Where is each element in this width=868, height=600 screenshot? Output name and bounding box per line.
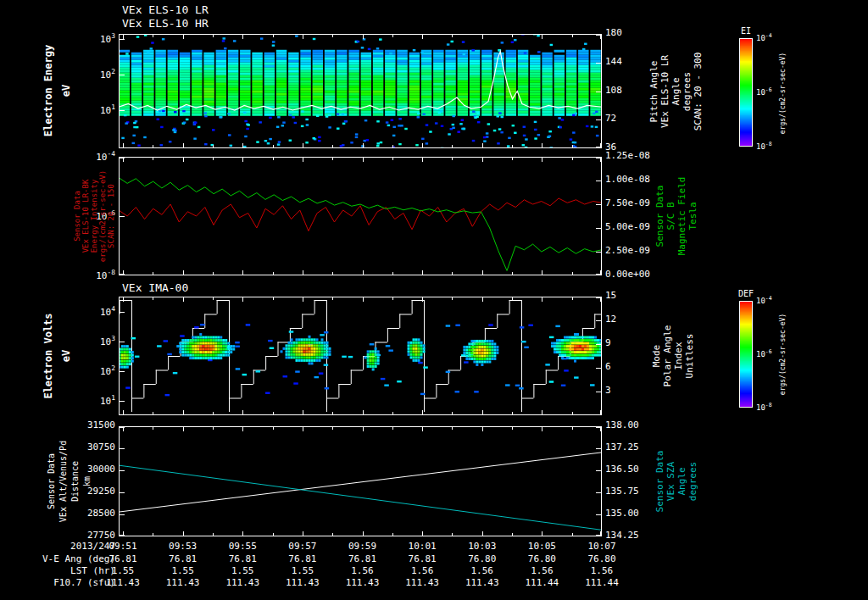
ve-ang-value-7: 76.80 — [528, 554, 556, 564]
ima-spectrogram-canvas — [119, 297, 602, 415]
panel4-right-tick-2: 136.50 — [605, 464, 639, 475]
panel3-right-label-line-3: Unitless — [685, 334, 695, 379]
footer-row-label-f107: F10.7 (sfu) — [0, 578, 115, 588]
lst-value-1: 1.55 — [171, 566, 194, 576]
panel1-right-tick-3: 72 — [605, 114, 616, 124]
def-colorbar-tick-0: 10-4 — [756, 296, 772, 306]
time-label-8: 10:07 — [587, 542, 615, 552]
panel1-left-tick-0: 103 — [0, 33, 115, 45]
def-colorbar-units-line-0: ergs/(cm2-sr-sec-eV) — [780, 314, 787, 395]
panel4-ylabel-line-2: Distance — [70, 461, 80, 502]
lst-value-3: 1.55 — [292, 566, 314, 576]
panel2-right-tick-5: 0.00e+00 — [605, 269, 650, 280]
time-label-4: 09:59 — [348, 542, 376, 552]
panel3-right-tick-1: 12 — [605, 314, 616, 325]
def-colorbar-title: DEF — [738, 289, 754, 298]
panel1-right-tick-0: 180 — [605, 28, 622, 38]
ei-colorbar-tick-0: 10-4 — [756, 33, 772, 43]
panel2-right-tick-2: 7.50e-09 — [605, 198, 650, 208]
panel1-right-label-line-0: Pitch Angle — [649, 61, 659, 123]
els-spectrogram-canvas — [119, 34, 602, 148]
panel2-right-label-line-2: Magnetic Field — [677, 177, 687, 256]
panel4-right-tick-0: 138.00 — [605, 420, 639, 431]
panel3-right-tick-3: 6 — [605, 362, 611, 372]
panel3-right-tick-0: 15 — [605, 291, 616, 301]
panel2-right-label-line-3: Tesla — [688, 202, 698, 230]
lst-value-7: 1.56 — [531, 566, 554, 576]
panel3-left-tick-0: 104 — [0, 306, 115, 318]
panel3-ylabel-line-1: eV — [61, 350, 72, 362]
panel1-title-line1: VEx ELS-10 LR — [122, 4, 209, 16]
ve-ang-value-6: 76.80 — [468, 554, 496, 564]
panel4-right-tick-1: 137.25 — [605, 442, 639, 453]
f107-value-2: 111.43 — [225, 578, 259, 588]
panel1-right-label-line-4: SCAN: 20 - 300 — [693, 53, 704, 131]
panel2-ylabel-line-4: SCAN: 20 - 150 — [108, 184, 116, 248]
vex-timeseries-figure: VEx ELS-10 LR VEx ELS-10 HR VEx IMA-00 E… — [0, 0, 868, 600]
ei-colorbar-title: EI — [741, 26, 751, 36]
panel3-title: VEx IMA-00 — [122, 282, 188, 294]
ei-colorbar-tick-1: 10-6 — [756, 87, 772, 97]
time-label-0: 09:51 — [108, 542, 136, 552]
panel1-title-line2: VEx ELS-10 HR — [122, 18, 209, 30]
panel3-right-label-line-2: Index — [674, 342, 684, 369]
f107-value-1: 111.43 — [166, 578, 200, 588]
panel1-right-tick-1: 144 — [605, 57, 622, 67]
intensity-bfield-lineplot-canvas — [119, 157, 602, 275]
panel1-ylabel-line-0: Electron Energy — [43, 45, 54, 136]
f107-value-6: 111.43 — [465, 578, 499, 588]
lst-value-2: 1.55 — [231, 566, 254, 576]
def-colorbar-tick-2: 10-8 — [756, 403, 772, 413]
f107-value-8: 111.44 — [585, 578, 619, 588]
time-label-2: 09:55 — [229, 542, 257, 552]
panel4-right-tick-5: 134.25 — [605, 531, 639, 541]
f107-value-7: 111.44 — [526, 578, 559, 588]
panel2-right-tick-1: 1.00e-08 — [605, 175, 650, 185]
panel4-right-label-line-3: degrees — [688, 462, 698, 501]
lst-value-8: 1.56 — [591, 566, 614, 576]
def-colorbar-tick-1: 10-6 — [756, 349, 772, 359]
panel4-left-tick-0: 31500 — [0, 420, 115, 431]
panel3-left-tick-2: 102 — [0, 365, 115, 377]
panel4-right-label-line-1: VEx SZA — [666, 462, 676, 501]
footer-row-label-veang: V-E Ang (deg) — [0, 554, 115, 564]
panel4-ylabel-line-0: Sensor Data — [47, 453, 56, 509]
f107-value-4: 111.43 — [346, 578, 380, 588]
ve-ang-value-0: 76.81 — [108, 554, 136, 564]
panel1-ylabel-line-1: eV — [61, 85, 72, 97]
time-label-6: 10:03 — [468, 542, 496, 552]
ve-ang-value-4: 76.81 — [348, 554, 376, 564]
f107-value-3: 111.43 — [286, 578, 320, 588]
panel3-left-tick-3: 101 — [0, 395, 115, 407]
panel4-ylabel-line-1: VEx Alt/Venus/Pd — [58, 441, 68, 522]
panel1-left-tick-2: 101 — [0, 104, 115, 116]
ve-ang-value-3: 76.81 — [288, 554, 316, 564]
ei-colorbar-tick-2: 10-8 — [756, 142, 772, 152]
time-label-1: 09:53 — [169, 542, 197, 552]
panel1-left-tick-1: 102 — [0, 69, 115, 81]
panel2-left-tick-0: 10-4 — [0, 151, 115, 163]
altitude-sza-lineplot-canvas — [119, 426, 602, 536]
panel3-right-tick-4: 3 — [605, 386, 611, 396]
lst-value-5: 1.56 — [411, 566, 434, 576]
panel2-right-tick-3: 5.00e-09 — [605, 222, 650, 232]
panel1-right-tick-2: 108 — [605, 86, 622, 96]
panel3-left-tick-1: 103 — [0, 336, 115, 347]
lst-value-0: 1.55 — [112, 566, 135, 576]
footer-row-label-lst: LST (hr) — [0, 566, 115, 576]
panel1-right-label-line-2: Angle — [671, 77, 682, 105]
panel1-right-label-line-1: VEx ELS-10 LR — [660, 55, 670, 128]
def-colorbar — [739, 301, 753, 408]
panel2-right-tick-0: 1.25e-08 — [605, 151, 650, 161]
panel4-right-label-line-2: Angle — [677, 467, 687, 495]
lst-value-6: 1.56 — [471, 566, 494, 576]
ei-colorbar — [739, 38, 753, 147]
lst-value-4: 1.56 — [351, 566, 374, 576]
time-label-3: 09:57 — [288, 542, 316, 552]
ve-ang-value-1: 76.81 — [169, 554, 197, 564]
panel4-right-label-line-0: Sensor Data — [655, 451, 665, 513]
panel3-right-tick-2: 9 — [605, 338, 611, 348]
ve-ang-value-5: 76.81 — [409, 554, 437, 564]
panel4-ylabel-line-3: km — [82, 476, 92, 486]
f107-value-0: 111.43 — [106, 578, 140, 588]
